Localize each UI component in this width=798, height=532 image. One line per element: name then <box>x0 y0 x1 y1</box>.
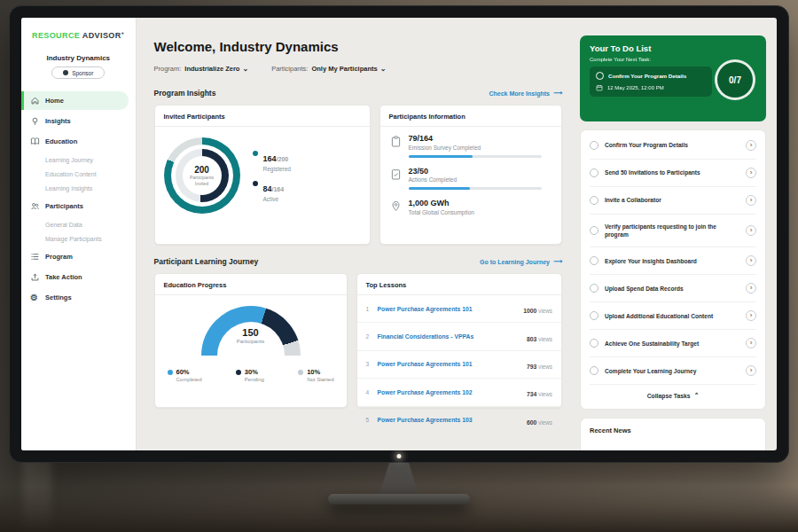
education-progress-card: Education Progress 150 Participants <box>154 273 348 408</box>
legend-dot-not-started <box>298 370 303 375</box>
task-checkbox[interactable] <box>590 226 598 235</box>
sidebar-item-learning-insights[interactable]: Learning Insights <box>21 181 136 195</box>
chevron-right-icon[interactable]: › <box>746 195 756 206</box>
todo-tasks-card: Confirm Your Program Details › Send 50 I… <box>580 129 766 410</box>
arrow-right-icon: ⟶ <box>553 258 562 265</box>
todo-task[interactable]: Invite a Collaborator › <box>590 187 756 215</box>
sidebar-item-general-data[interactable]: General Data <box>21 217 136 231</box>
lesson-views-word: views <box>538 419 552 426</box>
sidebar-item-settings[interactable]: ⚙ Settings <box>21 288 129 307</box>
task-checkbox[interactable] <box>590 141 598 150</box>
sidebar-item-take-action[interactable]: Take Action <box>21 268 129 286</box>
lesson-link[interactable]: Power Purchase Agreements 101 <box>378 361 520 367</box>
sidebar-item-manage-participants[interactable]: Manage Participants <box>21 231 136 246</box>
lesson-row: 3 Power Purchase Agreements 101 793views <box>357 351 561 379</box>
gauge-center-value: 150 <box>201 327 301 338</box>
todo-task[interactable]: Explore Your Insights Dashboard › <box>590 247 756 275</box>
participants-value: Only My Participants <box>311 65 377 73</box>
task-checkbox[interactable] <box>590 196 598 205</box>
chevron-right-icon[interactable]: › <box>746 310 756 321</box>
legend-dot-active <box>253 181 258 186</box>
lesson-views-word: views <box>538 336 552 342</box>
task-label: Invite a Collaborator <box>605 196 739 204</box>
legend-item: 10% Not Started <box>298 368 333 382</box>
check-more-insights-link[interactable]: Check More Insights ⟶ <box>489 90 562 97</box>
lesson-rank: 1 <box>366 306 372 312</box>
participants-dropdown[interactable]: Participants: Only My Participants ⌄ <box>271 65 386 73</box>
todo-task[interactable]: Complete Your Learning Journey › <box>590 357 756 385</box>
sidebar: RESOURCE ADVISOR+ Industry Dynamics Spon… <box>21 18 137 450</box>
lesson-link[interactable]: Financial Considerations - VPPAs <box>378 333 520 340</box>
sidebar-item-education[interactable]: Education <box>21 132 129 151</box>
main-content: Welcome, Industry Dynamics Program: Indu… <box>137 18 575 450</box>
task-label: Achieve One Sustainability Target <box>605 340 739 348</box>
org-name: Industry Dynamics <box>21 54 136 62</box>
sidebar-item-label: Education <box>45 137 77 145</box>
lesson-views-word: views <box>538 391 552 397</box>
lesson-link[interactable]: Power Purchase Agreements 102 <box>378 389 520 395</box>
sidebar-item-label: Home <box>45 97 64 105</box>
monitor-stand-neck <box>379 460 419 497</box>
upload-arrow-icon <box>30 272 40 282</box>
legend-label: Active <box>263 196 285 202</box>
learning-cards-row: Education Progress 150 Participants <box>154 273 562 408</box>
todo-task[interactable]: Upload Additional Educational Content › <box>590 302 756 330</box>
sidebar-item-home[interactable]: Home <box>21 91 129 110</box>
todo-header-card: Your To Do List Complete Your Next Task:… <box>580 35 766 121</box>
go-to-learning-journey-link[interactable]: Go to Learning Journey ⟶ <box>480 258 562 265</box>
participants-label: Participants: <box>271 65 308 73</box>
sidebar-item-label: Settings <box>45 293 72 301</box>
todo-progress-value: 0/7 <box>729 75 741 85</box>
sidebar-item-education-content[interactable]: Education Content <box>21 167 136 181</box>
chevron-right-icon[interactable]: › <box>746 255 756 266</box>
next-task-date: 12 May 2025, 12:00 PM <box>607 85 664 90</box>
task-checkbox[interactable] <box>590 256 598 265</box>
task-checkbox[interactable] <box>596 72 604 80</box>
lesson-link[interactable]: Power Purchase Agreements 101 <box>378 306 518 312</box>
task-checkbox[interactable] <box>590 366 598 375</box>
sidebar-item-program[interactable]: Program <box>21 247 129 266</box>
task-checkbox[interactable] <box>590 339 598 348</box>
logo-resource: RESOURCE <box>32 31 80 40</box>
chevron-down-icon: ⌄ <box>242 65 248 73</box>
lesson-link[interactable]: Power Purchase Agreements 103 <box>378 417 520 423</box>
todo-task[interactable]: Confirm Your Program Details › <box>590 132 756 160</box>
task-label: Confirm Your Program Details <box>605 141 739 149</box>
recent-news-card: Recent News <box>580 418 766 450</box>
sidebar-item-label: Program <box>45 253 73 261</box>
section-title: Participant Learning Journey <box>154 257 259 266</box>
legend-label: Not Started <box>307 377 333 382</box>
collapse-tasks-button[interactable]: Collapse Tasks ⌃ <box>590 385 756 407</box>
logo-advisor: ADVISOR <box>82 31 121 40</box>
todo-task[interactable]: Achieve One Sustainability Target › <box>590 330 756 357</box>
task-checkbox[interactable] <box>590 168 598 177</box>
task-checkbox[interactable] <box>590 284 598 293</box>
next-task-card[interactable]: Confirm Your Program Details 12 May 2025… <box>590 66 712 97</box>
legend-pct: 60% <box>176 368 202 376</box>
todo-task[interactable]: Verify participants requesting to join t… <box>590 215 756 247</box>
actions-progress-bar <box>409 187 542 190</box>
chevron-right-icon[interactable]: › <box>746 168 756 178</box>
todo-task[interactable]: Send 50 Invitations to Participants › <box>590 160 756 187</box>
task-label: Verify participants requesting to join t… <box>605 223 739 239</box>
sponsor-badge[interactable]: Sponsor <box>51 66 105 79</box>
invited-legend: 164/200 Registered 84/164 Active <box>253 142 291 209</box>
top-lessons-card: Top Lessons 1 Power Purchase Agreements … <box>356 273 562 408</box>
sidebar-item-learning-journey[interactable]: Learning Journey <box>21 153 136 167</box>
chevron-right-icon[interactable]: › <box>746 338 756 348</box>
sidebar-item-label: Take Action <box>45 273 82 281</box>
chevron-right-icon[interactable]: › <box>746 225 756 236</box>
gear-icon: ⚙ <box>30 293 40 302</box>
legend-value: 84 <box>263 184 272 193</box>
program-dropdown[interactable]: Program: Industrialize Zero ⌄ <box>154 65 249 73</box>
lesson-row: 5 Power Purchase Agreements 103 600views <box>357 407 561 434</box>
sidebar-item-participants[interactable]: Participants <box>21 197 129 215</box>
task-checkbox[interactable] <box>590 311 598 320</box>
sidebar-item-insights[interactable]: Insights <box>21 112 129 130</box>
chevron-down-icon: ⌄ <box>380 65 387 73</box>
todo-task[interactable]: Upload Spend Data Records › <box>590 275 756 302</box>
chevron-right-icon[interactable]: › <box>746 365 756 376</box>
chevron-right-icon[interactable]: › <box>746 283 756 293</box>
chevron-right-icon[interactable]: › <box>746 140 756 151</box>
info-label: Actions Completed <box>409 176 542 183</box>
